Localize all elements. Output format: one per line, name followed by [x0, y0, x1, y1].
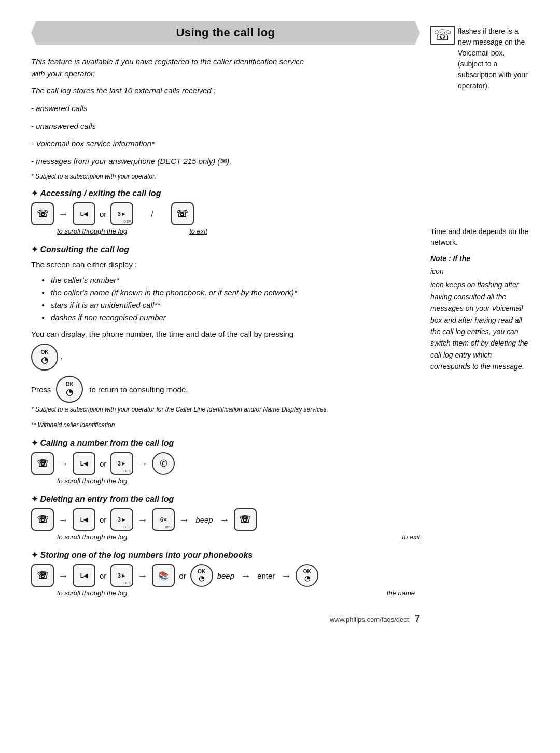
consulting-footnote2: ** Withheld caller identification	[31, 421, 420, 429]
enter-label: enter	[257, 571, 275, 580]
name-caption-s: the name	[387, 589, 415, 597]
exit-caption-d: to exit	[402, 533, 420, 541]
delete-6x-button: 6× mno	[152, 508, 175, 531]
footer: www.philips.com/faqs/dect 7	[31, 609, 420, 624]
ok-btn-s2: OK ◔	[296, 564, 318, 587]
note-icon-label: icon	[430, 266, 529, 277]
deleting-captions: to scroll through the log to exit	[31, 533, 420, 541]
intro-text: This feature is available if you have re…	[31, 56, 420, 79]
scroll-caption: to scroll through the log	[57, 227, 127, 235]
time-date-text: Time and date depends on the network.	[430, 226, 529, 248]
screen-display-text: The screen can either display :	[31, 258, 420, 271]
call-button: ✆	[152, 452, 175, 475]
scroll-caption-c: to scroll through the log	[57, 477, 127, 485]
section-storing: Storing one of the log numbers into your…	[31, 550, 420, 597]
storing-captions: to scroll through the log the name	[31, 589, 420, 597]
scroll-caption-d: to scroll through the log	[57, 533, 127, 541]
section-calling: Calling a number from the call log ☏ → L…	[31, 438, 420, 485]
right-scroll-btn-d: 3► DEF	[110, 508, 133, 531]
section-deleting: Deleting an entry from the call log ☏ → …	[31, 494, 420, 541]
bullet-3: stars if it is an unidentified call**	[41, 299, 420, 311]
call-log-info: The call log stores the last 10 external…	[31, 85, 420, 168]
storing-diagram: ☏ → L◀ or 3► DEF → 📚 or OK	[31, 564, 420, 587]
calllog-btn-d: ☏	[31, 508, 54, 531]
scroll-caption-s: to scroll through the log	[57, 589, 127, 597]
accessing-diagram: ☏ → L◀ or 3► DEF / ☏	[31, 202, 420, 225]
ok-button-2: OK ◔	[56, 376, 83, 403]
sidebar-voicemail-info: ☏ flashes if there is a new message on t…	[430, 26, 529, 91]
calling-diagram: ☏ → L◀ or 3► DEF → ✆	[31, 452, 420, 475]
voicemail-icon: ☏	[430, 26, 455, 45]
section-accessing: Accessing / exiting the call log ☏ → L◀ …	[31, 188, 420, 235]
exit-button: ☏	[171, 202, 194, 225]
left-scroll-button: L◀	[73, 202, 95, 225]
left-scroll-btn-s: L◀	[73, 564, 95, 587]
ok-button-1: OK ◔	[31, 344, 58, 371]
bullet-2: the caller's name (if known in the phone…	[41, 286, 420, 299]
page-title: Using the call log	[31, 21, 420, 45]
consulting-footnote1: * Subject to a subscription with your op…	[31, 406, 420, 413]
note-body: icon keeps on flashing after having cons…	[430, 279, 529, 372]
or-text-c: or	[100, 459, 106, 468]
section-calling-title: Calling a number from the call log	[31, 438, 420, 448]
display-info-text: You can display, the phone number, the t…	[31, 328, 420, 340]
or-text-d: or	[100, 515, 106, 524]
section-consulting-title: Consulting the call log	[31, 244, 420, 254]
slash-separator: /	[151, 210, 153, 218]
return-consulting-row: Press OK ◔ to return to consulting mode.	[31, 376, 420, 403]
right-scroll-btn-s: 3► DEF	[110, 564, 133, 587]
exit-caption: to exit	[189, 227, 207, 235]
right-scroll-btn-c: 3► DEF	[110, 452, 133, 475]
ok-button-diagram: OK ◔ .	[31, 344, 420, 371]
phonebook-button: 📚	[152, 564, 175, 587]
arrow-1: →	[58, 208, 68, 220]
ok-btn-s: OK ◔	[190, 564, 213, 587]
sidebar-time-note: Time and date depends on the network. No…	[430, 226, 529, 373]
sidebar: ☏ flashes if there is a new message on t…	[430, 21, 529, 624]
bullet-4: dashes if non recognised number	[41, 311, 420, 324]
calllog-button: ☏	[31, 202, 54, 225]
calling-caption: to scroll through the log	[31, 477, 420, 485]
section-accessing-title: Accessing / exiting the call log	[31, 188, 420, 198]
left-scroll-btn-c: L◀	[73, 452, 95, 475]
consulting-bullets: the caller's number* the caller's name (…	[41, 274, 420, 324]
footnote-operator: * Subject to a subscription with your op…	[31, 173, 420, 180]
accessing-captions: to scroll through the log to exit	[31, 227, 420, 235]
right-scroll-button: 3► DEF	[110, 202, 133, 225]
exit-btn-d: ☏	[234, 508, 257, 531]
sidebar-flash-text: flashes if there is a new message on the…	[458, 26, 529, 91]
section-storing-title: Storing one of the log numbers into your…	[31, 550, 420, 560]
bullet-1: the caller's number*	[41, 274, 420, 286]
note-title: Note : If the	[430, 254, 529, 263]
section-consulting: Consulting the call log The screen can e…	[31, 244, 420, 429]
or-text-s2: or	[179, 571, 186, 580]
calllog-btn-s: ☏	[31, 564, 54, 587]
left-scroll-btn-d: L◀	[73, 508, 95, 531]
calllog-btn-c: ☏	[31, 452, 54, 475]
or-text-1: or	[100, 210, 106, 218]
beep-label-d: beep	[195, 515, 213, 524]
deleting-diagram: ☏ → L◀ or 3► DEF → 6× mno → beep	[31, 508, 420, 531]
section-deleting-title: Deleting an entry from the call log	[31, 494, 420, 504]
beep-label-s: beep	[217, 571, 234, 580]
or-text-s: or	[100, 571, 106, 580]
